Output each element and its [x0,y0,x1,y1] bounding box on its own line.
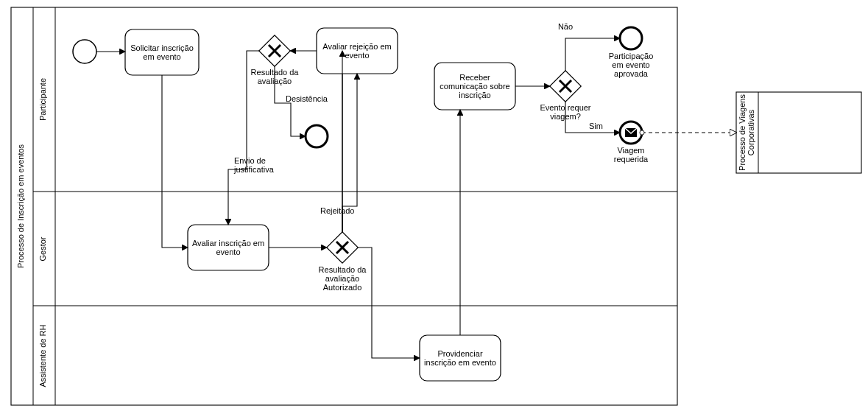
gateway-g2-label-1: Resultado da [319,265,367,274]
ext-pool-title-1: Processo de Viagens [738,94,747,171]
end-viagem-l2: requerida [614,155,649,164]
task-avaliar-rejeicao-label: Avaliar rejeição em evento [318,29,396,72]
flow-desistencia-label: Desistência [286,94,328,103]
task-avaliar-inscricao: Avaliar inscrição em evento [188,225,269,270]
task-providenciar-label: Providenciar inscrição em evento [421,337,499,379]
end-event-aprovada: Participação em evento aprovada [609,27,654,78]
flow-rejeitado-label: Rejeitado [320,206,354,215]
gateway-g2-label-2: avaliação [325,274,359,283]
end-aprovada-l2: em evento [612,60,649,69]
bpmn-diagram: Processo de Inscrição em eventos Partici… [0,0,868,414]
task-receber: Receber comunicação sobre inscrição [434,63,515,110]
task-receber-label: Receber comunicação sobre inscrição [436,64,514,108]
flow-envio-l2: justificativa [233,165,275,174]
gateway-g2: Resultado da avaliação [319,232,367,283]
lane-3-title: Assistente de RH [38,324,47,387]
task-solicitar: Solicitar inscrição em evento [125,29,199,75]
end-aprovada-l3: aprovada [614,69,649,78]
lane-2-title: Gestor [38,236,47,261]
flow-sim-label: Sim [589,122,603,130]
end-event-viagem: Viagem requerida [614,122,649,164]
flow-nao-label: Não [558,22,573,31]
task-avaliar-rejeicao: Avaliar rejeição em evento [317,28,398,74]
start-event [73,40,96,63]
flow-g1-envio [228,51,259,225]
pool-external: Processo de Viagens Corporativas [736,92,861,173]
pool-title: Processo de Inscrição em eventos [16,144,25,268]
task-avaliar-inscricao-label: Avaliar inscrição em evento [189,226,267,269]
end-aprovada-l1: Participação [609,52,654,60]
flow-g2-autorizado [358,248,420,358]
flow-envio-l1: Envio de [234,156,266,165]
svg-point-11 [620,27,642,49]
ext-pool-title-2: Corporativas [747,109,755,155]
task-solicitar-label: Solicitar inscrição em evento [127,31,197,74]
lane-1-title: Participante [38,78,47,121]
end-event-desistencia [306,125,328,147]
flow-solicitar-avaliar [162,75,188,248]
end-viagem-l1: Viagem [617,146,644,155]
task-providenciar: Providenciar inscrição em evento [420,335,501,381]
flow-autorizado-label: Autorizado [323,283,362,292]
